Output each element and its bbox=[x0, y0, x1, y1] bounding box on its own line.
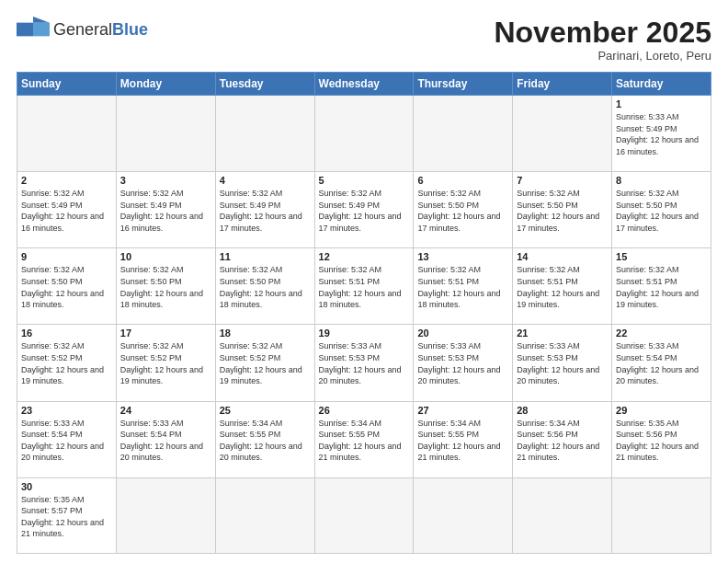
calendar-table: SundayMondayTuesdayWednesdayThursdayFrid… bbox=[17, 72, 711, 554]
day-number: 10 bbox=[120, 251, 211, 262]
calendar-cell: 5Sunrise: 5:32 AM Sunset: 5:49 PM Daylig… bbox=[314, 172, 414, 248]
calendar-cell: 1Sunrise: 5:33 AM Sunset: 5:49 PM Daylig… bbox=[612, 96, 711, 172]
day-number: 27 bbox=[417, 405, 508, 416]
calendar-cell bbox=[116, 477, 215, 553]
day-info: Sunrise: 5:32 AM Sunset: 5:50 PM Dayligh… bbox=[120, 264, 211, 310]
day-info: Sunrise: 5:32 AM Sunset: 5:50 PM Dayligh… bbox=[220, 264, 311, 310]
day-info: Sunrise: 5:32 AM Sunset: 5:50 PM Dayligh… bbox=[616, 188, 707, 234]
weekday-header-wednesday: Wednesday bbox=[314, 73, 414, 96]
calendar-cell: 25Sunrise: 5:34 AM Sunset: 5:55 PM Dayli… bbox=[215, 401, 314, 477]
day-number: 3 bbox=[120, 175, 211, 186]
weekday-header-tuesday: Tuesday bbox=[215, 73, 314, 96]
week-row-3: 9Sunrise: 5:32 AM Sunset: 5:50 PM Daylig… bbox=[17, 248, 711, 325]
day-number: 22 bbox=[616, 327, 707, 339]
day-number: 29 bbox=[616, 405, 707, 416]
calendar-cell: 27Sunrise: 5:34 AM Sunset: 5:55 PM Dayli… bbox=[414, 401, 513, 477]
svg-rect-0 bbox=[17, 23, 33, 37]
weekday-header-monday: Monday bbox=[116, 73, 215, 96]
day-info: Sunrise: 5:33 AM Sunset: 5:53 PM Dayligh… bbox=[517, 340, 608, 386]
logo: GeneralBlue bbox=[17, 17, 148, 42]
day-info: Sunrise: 5:33 AM Sunset: 5:49 PM Dayligh… bbox=[616, 111, 707, 157]
calendar-cell: 19Sunrise: 5:33 AM Sunset: 5:53 PM Dayli… bbox=[314, 325, 414, 401]
calendar-cell: 12Sunrise: 5:32 AM Sunset: 5:51 PM Dayli… bbox=[314, 248, 414, 325]
day-info: Sunrise: 5:33 AM Sunset: 5:53 PM Dayligh… bbox=[417, 340, 508, 386]
calendar-cell: 26Sunrise: 5:34 AM Sunset: 5:55 PM Dayli… bbox=[314, 401, 414, 477]
day-info: Sunrise: 5:33 AM Sunset: 5:54 PM Dayligh… bbox=[120, 418, 211, 464]
weekday-header-row: SundayMondayTuesdayWednesdayThursdayFrid… bbox=[17, 73, 711, 96]
calendar-cell bbox=[116, 96, 215, 172]
generalblue-logo-icon bbox=[17, 17, 50, 42]
calendar-cell: 15Sunrise: 5:32 AM Sunset: 5:51 PM Dayli… bbox=[612, 248, 711, 325]
calendar-cell bbox=[513, 477, 612, 553]
day-info: Sunrise: 5:32 AM Sunset: 5:51 PM Dayligh… bbox=[319, 264, 410, 310]
day-info: Sunrise: 5:32 AM Sunset: 5:51 PM Dayligh… bbox=[517, 264, 608, 310]
logo-text: GeneralBlue bbox=[53, 20, 148, 40]
day-number: 17 bbox=[120, 327, 211, 339]
day-info: Sunrise: 5:32 AM Sunset: 5:49 PM Dayligh… bbox=[220, 188, 311, 234]
calendar-cell bbox=[612, 477, 711, 553]
weekday-header-thursday: Thursday bbox=[414, 73, 513, 96]
day-info: Sunrise: 5:33 AM Sunset: 5:54 PM Dayligh… bbox=[616, 340, 707, 386]
title-block: November 2025 Parinari, Loreto, Peru bbox=[494, 17, 711, 63]
calendar-cell: 23Sunrise: 5:33 AM Sunset: 5:54 PM Dayli… bbox=[17, 401, 117, 477]
day-info: Sunrise: 5:34 AM Sunset: 5:55 PM Dayligh… bbox=[417, 418, 508, 464]
weekday-header-friday: Friday bbox=[513, 73, 612, 96]
day-info: Sunrise: 5:32 AM Sunset: 5:50 PM Dayligh… bbox=[417, 188, 508, 234]
month-year-title: November 2025 bbox=[494, 17, 711, 49]
calendar-cell: 6Sunrise: 5:32 AM Sunset: 5:50 PM Daylig… bbox=[414, 172, 513, 248]
day-number: 20 bbox=[417, 327, 508, 339]
day-number: 1 bbox=[616, 98, 707, 109]
day-info: Sunrise: 5:32 AM Sunset: 5:49 PM Dayligh… bbox=[319, 188, 410, 234]
day-number: 23 bbox=[21, 405, 112, 416]
calendar-cell bbox=[513, 96, 612, 172]
day-number: 4 bbox=[220, 175, 311, 186]
calendar-cell bbox=[314, 477, 414, 553]
calendar-cell: 14Sunrise: 5:32 AM Sunset: 5:51 PM Dayli… bbox=[513, 248, 612, 325]
svg-marker-1 bbox=[33, 17, 50, 23]
day-info: Sunrise: 5:32 AM Sunset: 5:49 PM Dayligh… bbox=[120, 188, 211, 234]
day-info: Sunrise: 5:32 AM Sunset: 5:51 PM Dayligh… bbox=[616, 264, 707, 310]
day-number: 11 bbox=[220, 251, 311, 262]
day-number: 2 bbox=[21, 175, 112, 186]
day-number: 7 bbox=[517, 175, 608, 186]
location-subtitle: Parinari, Loreto, Peru bbox=[494, 49, 711, 63]
day-info: Sunrise: 5:35 AM Sunset: 5:57 PM Dayligh… bbox=[21, 494, 112, 540]
day-number: 14 bbox=[517, 251, 608, 262]
week-row-5: 23Sunrise: 5:33 AM Sunset: 5:54 PM Dayli… bbox=[17, 401, 711, 477]
calendar-cell bbox=[314, 96, 414, 172]
weekday-header-sunday: Sunday bbox=[17, 73, 117, 96]
day-number: 5 bbox=[319, 175, 410, 186]
week-row-2: 2Sunrise: 5:32 AM Sunset: 5:49 PM Daylig… bbox=[17, 172, 711, 248]
day-info: Sunrise: 5:32 AM Sunset: 5:52 PM Dayligh… bbox=[120, 340, 211, 386]
weekday-header-saturday: Saturday bbox=[612, 73, 711, 96]
calendar-cell: 3Sunrise: 5:32 AM Sunset: 5:49 PM Daylig… bbox=[116, 172, 215, 248]
day-info: Sunrise: 5:32 AM Sunset: 5:52 PM Dayligh… bbox=[220, 340, 311, 386]
calendar-cell bbox=[215, 477, 314, 553]
calendar-cell: 2Sunrise: 5:32 AM Sunset: 5:49 PM Daylig… bbox=[17, 172, 117, 248]
calendar-cell: 16Sunrise: 5:32 AM Sunset: 5:52 PM Dayli… bbox=[17, 325, 117, 401]
calendar-cell: 4Sunrise: 5:32 AM Sunset: 5:49 PM Daylig… bbox=[215, 172, 314, 248]
day-info: Sunrise: 5:34 AM Sunset: 5:55 PM Dayligh… bbox=[220, 418, 311, 464]
day-info: Sunrise: 5:32 AM Sunset: 5:52 PM Dayligh… bbox=[21, 340, 112, 386]
calendar-cell: 13Sunrise: 5:32 AM Sunset: 5:51 PM Dayli… bbox=[414, 248, 513, 325]
day-info: Sunrise: 5:33 AM Sunset: 5:54 PM Dayligh… bbox=[21, 418, 112, 464]
day-number: 24 bbox=[120, 405, 211, 416]
svg-marker-2 bbox=[33, 23, 50, 37]
day-number: 26 bbox=[319, 405, 410, 416]
day-number: 6 bbox=[417, 175, 508, 186]
day-number: 12 bbox=[319, 251, 410, 262]
day-number: 16 bbox=[21, 327, 112, 339]
day-number: 28 bbox=[517, 405, 608, 416]
calendar-cell bbox=[414, 96, 513, 172]
calendar-cell: 11Sunrise: 5:32 AM Sunset: 5:50 PM Dayli… bbox=[215, 248, 314, 325]
calendar-cell: 10Sunrise: 5:32 AM Sunset: 5:50 PM Dayli… bbox=[116, 248, 215, 325]
week-row-1: 1Sunrise: 5:33 AM Sunset: 5:49 PM Daylig… bbox=[17, 96, 711, 172]
calendar-cell bbox=[215, 96, 314, 172]
calendar-cell: 30Sunrise: 5:35 AM Sunset: 5:57 PM Dayli… bbox=[17, 477, 117, 553]
day-info: Sunrise: 5:33 AM Sunset: 5:53 PM Dayligh… bbox=[319, 340, 410, 386]
day-number: 21 bbox=[517, 327, 608, 339]
day-number: 8 bbox=[616, 175, 707, 186]
day-number: 18 bbox=[220, 327, 311, 339]
day-number: 30 bbox=[21, 481, 112, 492]
page: GeneralBlue November 2025 Parinari, Lore… bbox=[0, 0, 728, 563]
